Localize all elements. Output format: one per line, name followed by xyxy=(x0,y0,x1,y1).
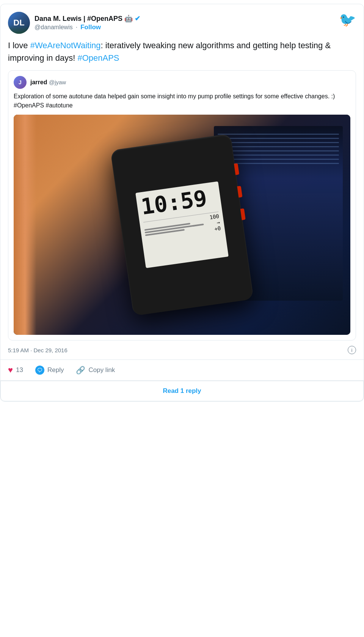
follow-button[interactable]: Follow xyxy=(80,24,101,31)
tweet-actions: ♥ 13 Reply 🔗 Copy link xyxy=(8,360,356,380)
smartwatch: 10:59 100 → +0 xyxy=(110,134,254,316)
laptop-line xyxy=(218,159,339,160)
laptop-line xyxy=(218,138,339,139)
copy-link-button[interactable]: 🔗 Copy link xyxy=(76,366,115,375)
quoted-display-name: jarred xyxy=(30,79,47,85)
heart-icon: ♥ xyxy=(8,365,13,375)
quoted-username: @jyaw xyxy=(49,79,66,85)
watch-delta: +0 xyxy=(211,225,221,232)
laptop-line xyxy=(218,134,339,135)
laptop-line xyxy=(218,150,339,151)
robot-emoji: 🤖 xyxy=(124,14,133,23)
quoted-tweet[interactable]: J jarred @jyaw Exploration of some autot… xyxy=(8,70,356,341)
copy-link-icon: 🔗 xyxy=(76,366,85,375)
avatar-image: DL xyxy=(8,12,30,34)
reply-label: Reply xyxy=(47,366,64,374)
quoted-user-info: jarred @jyaw xyxy=(30,79,66,86)
hashtag-openaps[interactable]: #OpenAPS xyxy=(77,53,119,63)
watch-bars xyxy=(144,220,211,236)
username-row: @danamlewis · Follow xyxy=(35,24,140,31)
watch-scene: 10:59 100 → +0 xyxy=(14,115,350,335)
like-count: 13 xyxy=(16,366,23,374)
quoted-text: Exploration of some autotune data helped… xyxy=(14,92,350,110)
avatar[interactable]: DL xyxy=(8,12,30,34)
tweet-meta: 5:19 AM · Dec 29, 2016 i xyxy=(8,346,356,354)
username: @danamlewis xyxy=(35,24,73,31)
read-reply-button[interactable]: Read 1 reply xyxy=(0,381,364,401)
copy-link-label: Copy link xyxy=(88,366,115,374)
info-icon[interactable]: i xyxy=(348,346,356,354)
hashtag-wearnotwaiting[interactable]: #WeAreNotWaiting xyxy=(30,41,101,50)
tweet-header-left: DL Dana M. Lewis | #OpenAPS 🤖 ✔ @danamle… xyxy=(8,12,140,34)
reply-icon xyxy=(35,366,44,375)
verified-icon: ✔ xyxy=(135,14,140,23)
quoted-header: J jarred @jyaw xyxy=(14,76,350,89)
hand-bottom xyxy=(275,289,350,335)
like-button[interactable]: ♥ 13 xyxy=(8,365,23,375)
hand-left xyxy=(14,115,36,335)
laptop-line xyxy=(218,146,339,147)
tweet-timestamp: 5:19 AM · Dec 29, 2016 xyxy=(8,347,67,353)
tweet-prefix: I love xyxy=(8,41,30,50)
tweet-body: I love #WeAreNotWaiting: iteratively twe… xyxy=(8,39,356,64)
watch-right-col: 100 → +0 xyxy=(209,213,221,232)
tweet-header: DL Dana M. Lewis | #OpenAPS 🤖 ✔ @danamle… xyxy=(8,12,356,34)
separator-dot: · xyxy=(76,24,77,31)
display-name: Dana M. Lewis | #OpenAPS 🤖 ✔ xyxy=(35,14,140,23)
user-info: Dana M. Lewis | #OpenAPS 🤖 ✔ @danamlewis… xyxy=(35,14,140,31)
laptop-line xyxy=(218,155,339,156)
twitter-logo-icon: 🐦 xyxy=(339,12,356,28)
tweet-card: DL Dana M. Lewis | #OpenAPS 🤖 ✔ @danamle… xyxy=(0,4,364,402)
reply-button[interactable]: Reply xyxy=(35,366,64,375)
quoted-avatar: J xyxy=(14,76,27,89)
laptop-line xyxy=(218,142,339,143)
quoted-image: 10:59 100 → +0 xyxy=(14,115,350,335)
display-name-text: Dana M. Lewis | #OpenAPS xyxy=(35,15,122,23)
watch-screen: 10:59 100 → +0 xyxy=(135,181,229,268)
